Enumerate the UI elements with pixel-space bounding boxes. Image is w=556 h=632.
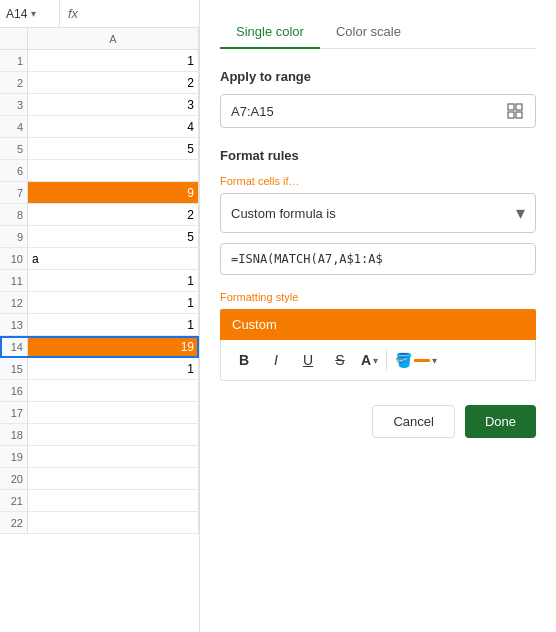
table-row[interactable]: 6 (0, 160, 199, 182)
dropdown-value: Custom formula is (231, 206, 516, 221)
tabs: Single color Color scale (220, 16, 536, 49)
table-row[interactable]: 22 (0, 72, 199, 94)
fill-color-swatch (414, 359, 430, 362)
font-color-letter: A (361, 352, 371, 368)
cell-value[interactable] (28, 468, 199, 489)
svg-rect-0 (508, 104, 514, 110)
svg-rect-1 (516, 104, 522, 110)
row-number: 11 (0, 270, 28, 291)
row-number: 19 (0, 446, 28, 467)
row-number: 8 (0, 204, 28, 225)
cancel-button[interactable]: Cancel (372, 405, 454, 438)
table-row[interactable]: 111 (0, 270, 199, 292)
font-color-button[interactable]: A ▾ (357, 346, 382, 374)
table-row[interactable]: 21 (0, 490, 199, 512)
svg-rect-2 (508, 112, 514, 118)
italic-button[interactable]: I (261, 346, 291, 374)
custom-style-bar: Custom (220, 309, 536, 340)
row-number: 3 (0, 94, 28, 115)
range-input-row[interactable] (220, 94, 536, 128)
row-number: 15 (0, 358, 28, 379)
table-row[interactable]: 95 (0, 226, 199, 248)
row-number: 7 (0, 182, 28, 203)
apply-to-range-title: Apply to range (220, 69, 536, 84)
col-header-a[interactable]: A (28, 28, 199, 49)
table-row[interactable]: 55 (0, 138, 199, 160)
cell-value[interactable] (28, 424, 199, 445)
cell-value[interactable]: 9 (28, 182, 199, 203)
table-row[interactable]: 79 (0, 182, 199, 204)
row-number: 6 (0, 160, 28, 181)
cell-value[interactable]: 1 (28, 358, 199, 379)
row-number: 21 (0, 490, 28, 511)
cell-ref-label: A14 (6, 7, 27, 21)
cell-value[interactable] (28, 446, 199, 467)
cell-value[interactable] (28, 380, 199, 401)
row-number: 20 (0, 468, 28, 489)
table-row[interactable]: 33 (0, 94, 199, 116)
row-number: 16 (0, 380, 28, 401)
row-number: 9 (0, 226, 28, 247)
cell-ref-dropdown[interactable]: ▾ (31, 8, 36, 19)
strikethrough-button[interactable]: S (325, 346, 355, 374)
cell-value[interactable]: 4 (28, 116, 199, 137)
cell-reference[interactable]: A14 ▾ (0, 0, 60, 27)
cell-value[interactable]: 1 (28, 270, 199, 291)
table-row[interactable]: 82 (0, 204, 199, 226)
cell-value[interactable]: 2 (28, 204, 199, 225)
bold-button[interactable]: B (229, 346, 259, 374)
cell-value[interactable]: 1 (28, 292, 199, 313)
cell-value[interactable]: 2 (28, 72, 199, 93)
table-row[interactable]: 11 (0, 50, 199, 72)
table-row[interactable]: 10a (0, 248, 199, 270)
dropdown-arrow-icon: ▾ (516, 202, 525, 224)
grid-header: A (0, 28, 199, 50)
cell-value[interactable] (28, 490, 199, 511)
format-rules-title: Format rules (220, 148, 536, 163)
table-row[interactable]: 151 (0, 358, 199, 380)
tab-color-scale[interactable]: Color scale (320, 16, 417, 49)
cell-value[interactable]: 1 (28, 50, 199, 71)
table-row[interactable]: 16 (0, 380, 199, 402)
underline-button[interactable]: U (293, 346, 323, 374)
table-row[interactable]: 131 (0, 314, 199, 336)
row-number: 10 (0, 248, 28, 269)
row-number: 18 (0, 424, 28, 445)
toolbar-divider (386, 350, 387, 370)
range-input[interactable] (231, 104, 505, 119)
table-row[interactable]: 17 (0, 402, 199, 424)
row-num-header (0, 28, 28, 49)
cell-value[interactable]: 5 (28, 138, 199, 159)
row-number: 14 (0, 336, 28, 357)
cell-value[interactable]: 5 (28, 226, 199, 247)
table-row[interactable]: 44 (0, 116, 199, 138)
tab-single-color[interactable]: Single color (220, 16, 320, 49)
fill-color-button[interactable]: 🪣 ▾ (391, 346, 441, 374)
table-row[interactable]: 19 (0, 446, 199, 468)
cell-value[interactable]: 1 (28, 314, 199, 335)
formatting-style-label: Formatting style (220, 291, 536, 303)
row-number: 13 (0, 314, 28, 335)
table-row[interactable]: 20 (0, 468, 199, 490)
formula-bar: A14 ▾ fx (0, 0, 199, 28)
cell-value[interactable] (28, 160, 199, 181)
cell-value[interactable]: 3 (28, 94, 199, 115)
done-button[interactable]: Done (465, 405, 536, 438)
cell-value[interactable]: 19 (28, 336, 199, 357)
table-row[interactable]: 121 (0, 292, 199, 314)
cell-value[interactable] (28, 512, 199, 533)
row-number: 5 (0, 138, 28, 159)
grid-select-icon[interactable] (505, 101, 525, 121)
fill-color-dropdown-icon: ▾ (432, 355, 437, 366)
action-buttons: Cancel Done (220, 401, 536, 438)
cell-value[interactable]: a (28, 248, 199, 269)
right-panel: Single color Color scale Apply to range … (200, 0, 556, 632)
table-row[interactable]: 22 (0, 512, 199, 534)
table-row[interactable]: 1419 (0, 336, 199, 358)
row-number: 1 (0, 50, 28, 71)
cell-value[interactable] (28, 402, 199, 423)
format-condition-dropdown[interactable]: Custom formula is ▾ (220, 193, 536, 233)
formatting-toolbar: B I U S A ▾ 🪣 ▾ (220, 340, 536, 381)
table-row[interactable]: 18 (0, 424, 199, 446)
formula-input[interactable]: =ISNA(MATCH(A7,A$1:A$ (220, 243, 536, 275)
